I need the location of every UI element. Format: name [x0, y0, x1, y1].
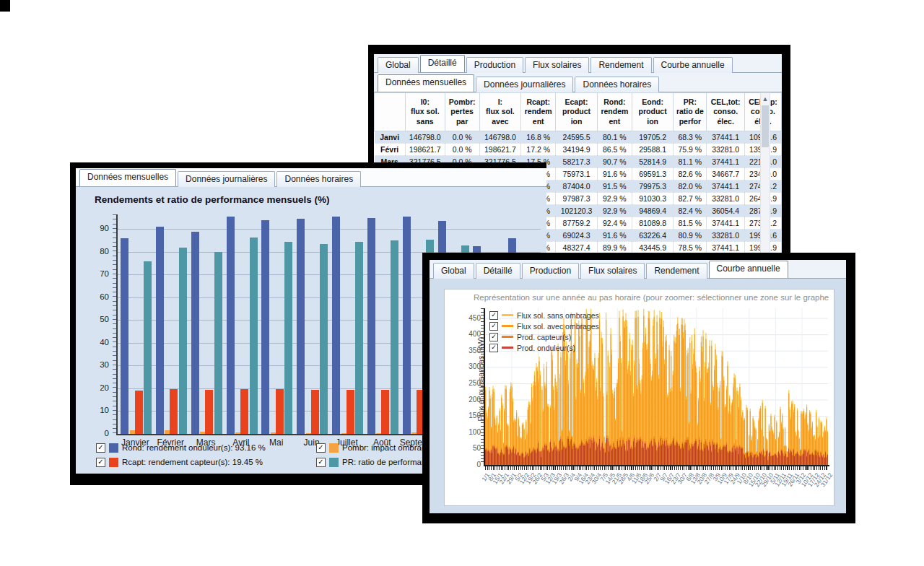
table-value-cell: 75973.1	[556, 168, 598, 180]
annual-legend-item: ✓Prod. onduleur(s)	[489, 342, 599, 353]
tab-production[interactable]: Production	[466, 57, 523, 73]
table-month-cell: Févri	[375, 144, 406, 156]
table-value-cell: 198621.7	[479, 144, 521, 156]
annual-y-tick-label: 150	[456, 412, 481, 419]
table-value-cell: 52814.9	[632, 156, 674, 168]
legend-swatch-rond	[109, 443, 118, 453]
bar-y-tick-label: 40	[87, 338, 109, 347]
tab-courbe-annuelle[interactable]: Courbe annuelle	[653, 57, 733, 73]
table-value-cell: 92.4 %	[597, 217, 632, 230]
front-window-tabstrip: GlobalDétailléProductionFlux solairesRen…	[430, 260, 846, 279]
table-value-cell: 58217.3	[556, 156, 598, 168]
front-tab-global[interactable]: Global	[433, 263, 474, 279]
table-value-cell: 80.9 %	[674, 230, 707, 242]
table-value-cell: 34667.7	[707, 168, 745, 180]
table-value-cell: 37441.1	[707, 180, 745, 193]
annual-y-tick-label: 350	[456, 347, 481, 354]
bar-pombr	[235, 432, 240, 434]
front-tab-flux-solaires[interactable]: Flux solaires	[580, 263, 645, 279]
legend-checkbox[interactable]: ✓	[489, 333, 498, 341]
bar-y-tick-label: 30	[87, 360, 109, 369]
bar-y-tick-label: 90	[87, 224, 109, 232]
bar-y-tick-label: 50	[87, 315, 109, 323]
legend-checkbox[interactable]: ✓	[489, 322, 498, 331]
annual-chart-card[interactable]: Représentation sur une année au pas hora…	[444, 289, 834, 506]
table-value-cell: 79975.3	[632, 180, 674, 193]
table-value-cell: 36054.4	[707, 205, 745, 217]
table-row: Janvi146798.00.0 %146798.016.8 %24595.58…	[375, 131, 782, 144]
bar-y-tick-label: 0	[87, 429, 109, 437]
annual-y-tick-label: 450	[456, 314, 481, 322]
legend-checkbox[interactable]: ✓	[316, 458, 326, 467]
bar-y-axis	[116, 214, 118, 434]
bar-pr	[250, 238, 258, 434]
table-value-cell: 48327.4	[556, 242, 598, 254]
table-value-cell: 0.0 %	[445, 131, 479, 144]
bar-legend-item: ✓Rcapt: rendement capteur(s): 19.45 %	[96, 458, 316, 467]
tab-rendement[interactable]: Rendement	[590, 57, 651, 73]
legend-swatch-rcapt	[109, 458, 118, 467]
legend-checkbox[interactable]: ✓	[489, 311, 498, 320]
table-header-cell: Rond: rendem ent	[597, 93, 632, 131]
annual-legend-label: Prod. capteur(s)	[517, 333, 571, 341]
table-header-row: I0: flux sol. sansPombr: pertes parI: fl…	[375, 93, 782, 131]
tab-global[interactable]: Global	[378, 57, 419, 73]
table-row: Févri198621.70.0 %198621.717.2 %34194.98…	[375, 144, 782, 156]
front-tab-production[interactable]: Production	[522, 263, 579, 279]
table-header-cell: CEL,tot: conso. élec.	[707, 93, 745, 131]
front-tab-d-taill[interactable]: Détaillé	[476, 263, 520, 279]
legend-line-flux-sol-sans-ombrages	[502, 314, 513, 316]
table-value-cell: 82.6 %	[674, 168, 707, 180]
tab-flux-solaires[interactable]: Flux solaires	[525, 57, 589, 73]
annual-chart-legend: ✓Flux sol. sans ombrages✓Flux sol. avec …	[489, 310, 599, 353]
front-tab-courbe-annuelle[interactable]: Courbe annuelle	[709, 261, 788, 278]
table-header-cell: Pombr: pertes par	[445, 93, 479, 131]
bar-pr	[179, 248, 187, 434]
subtab-donn-es-horaires[interactable]: Données horaires	[575, 77, 659, 92]
bar-chart-title: Rendements et ratio de performance mensu…	[95, 194, 330, 205]
table-value-cell: 87404.0	[556, 180, 598, 193]
bar-pr	[284, 242, 292, 434]
table-value-cell: 86.5 %	[597, 144, 632, 156]
legend-checkbox[interactable]: ✓	[316, 443, 326, 453]
front-tab-rendement[interactable]: Rendement	[646, 263, 707, 279]
table-scrollbar[interactable]: ▲	[760, 92, 770, 254]
subtab-donn-es-mensuelles[interactable]: Données mensuelles	[378, 74, 474, 92]
table-value-cell: 81.5 %	[674, 217, 707, 230]
mid-tab-donn-es-mensuelles[interactable]: Données mensuelles	[79, 169, 176, 186]
legend-checkbox[interactable]: ✓	[96, 458, 105, 467]
subtab-donn-es-journali-res[interactable]: Données journalières	[476, 77, 573, 92]
bar-rcapt	[240, 389, 248, 434]
table-value-cell: 97987.3	[556, 193, 598, 205]
tab-d-taill[interactable]: Détaillé	[420, 55, 465, 72]
table-value-cell: 90.7 %	[597, 156, 632, 168]
annual-y-tick-label: 50	[456, 444, 481, 452]
scrollbar-thumb[interactable]	[762, 105, 769, 147]
table-value-cell: 81089.8	[632, 217, 674, 230]
bar-pombr	[306, 433, 311, 434]
mid-tab-donn-es-horaires[interactable]: Données horaires	[276, 171, 361, 187]
table-value-cell: 33281.0	[707, 144, 745, 156]
annual-x-minor-ticks	[485, 466, 828, 470]
annual-y-tick-label: 100	[456, 428, 481, 436]
annual-legend-item: ✓Prod. capteur(s)	[489, 331, 599, 342]
table-value-cell: 82.4 %	[674, 205, 707, 217]
back-window-subtabstrip: Données mensuellesDonnées journalièresDo…	[374, 73, 782, 92]
mid-tab-donn-es-journali-res[interactable]: Données journalières	[178, 171, 275, 187]
table-value-cell: 37441.1	[707, 156, 745, 168]
table-header-cell: I: flux sol. avec	[479, 93, 521, 131]
table-value-cell: 19705.2	[632, 131, 674, 144]
table-value-cell: 92.9 %	[597, 193, 632, 205]
table-month-cell: Janvi	[375, 131, 406, 144]
bar-rond	[297, 219, 305, 434]
table-value-cell: 68.3 %	[674, 131, 707, 144]
bar-rcapt	[381, 390, 389, 434]
bar-legend-item: ✓Rond: rendement onduleur(s): 93.16 %	[96, 443, 316, 453]
table-value-cell: 91.5 %	[597, 180, 632, 193]
legend-checkbox[interactable]: ✓	[489, 344, 498, 352]
table-header-cell: PR: ratio de perfor	[674, 93, 707, 131]
scroll-up-icon[interactable]: ▲	[761, 93, 770, 104]
legend-checkbox[interactable]: ✓	[96, 443, 105, 453]
bar-pr	[144, 261, 152, 434]
bar-y-minor-ticks	[113, 214, 116, 434]
